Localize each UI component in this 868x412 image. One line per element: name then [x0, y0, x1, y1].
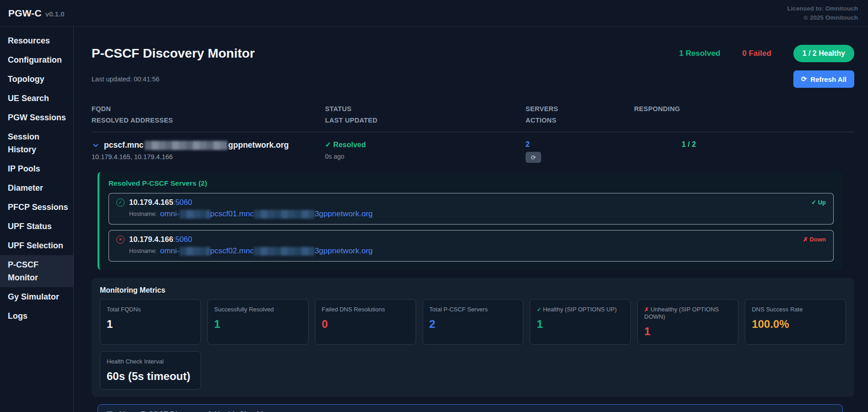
last-updated-text: Last updated: 00:41:56: [92, 75, 159, 83]
chevron-down-icon[interactable]: [92, 141, 100, 150]
sidebar-item-upf-selection[interactable]: UPF Selection: [0, 236, 73, 255]
check-circle-icon: ✓: [116, 198, 125, 207]
monitoring-metrics-panel: Monitoring Metrics Total FQDNs 1 Success…: [92, 278, 854, 397]
redacted-text: [179, 210, 210, 219]
license-info: Licensed to: Omnitouch © 2025 Omnitouch: [787, 4, 858, 22]
last-updated-age: 0s ago: [325, 153, 526, 160]
refresh-icon: ⟳: [531, 154, 536, 161]
status-resolved: ✓ Resolved: [325, 140, 526, 149]
header-stats: 1 Resolved 0 Failed 1 / 2 Healthy: [679, 45, 854, 62]
server-ip-port: 10.179.4.166:5060: [129, 235, 192, 244]
server-up-badge: ✓ Up: [811, 199, 826, 206]
metric-card-healthy: ✓ Healthy (SIP OPTIONS UP) 1: [530, 299, 631, 345]
column-header-responding: RESPONDING: [634, 103, 854, 126]
fqdn-expand-toggle[interactable]: pcscf.mncgppnetwork.org: [92, 140, 325, 150]
fqdn-value: pcscf.mncgppnetwork.org: [104, 140, 289, 150]
sidebar-item-topology[interactable]: Topology: [0, 70, 73, 89]
metric-card-total-servers: Total P-CSCF Servers 2: [423, 299, 524, 345]
check-icon: ✓: [537, 306, 541, 313]
failed-count: 0 Failed: [742, 49, 771, 58]
metric-card-failed-dns: Failed DNS Resolutions 0: [315, 299, 416, 345]
hostname-label: Hostname:: [129, 211, 157, 217]
redacted-text: [254, 247, 315, 256]
metric-card-dns-success-rate: DNS Success Rate 100.0%: [745, 299, 846, 345]
metric-value: 0: [322, 318, 409, 331]
sidebar-nav: Resources Configuration Topology UE Sear…: [0, 27, 74, 412]
metrics-grid: Total FQDNs 1 Successfully Resolved 1 Fa…: [100, 299, 846, 390]
server-ip-port: 10.179.4.165:5060: [129, 198, 192, 207]
app-version: v0.1.0: [45, 10, 65, 18]
column-header-fqdn: FQDN RESOLVED ADDRESSES: [92, 103, 325, 126]
column-header-servers: SERVERS ACTIONS: [526, 103, 634, 126]
sidebar-item-diameter[interactable]: Diameter: [0, 178, 73, 198]
copyright-text: © 2025 Omnitouch: [787, 13, 858, 22]
sidebar-item-gy-simulator[interactable]: Gy Simulator: [0, 287, 73, 306]
licensed-to-text: Licensed to: Omnitouch: [787, 4, 858, 13]
app-name: PGW-C: [8, 8, 42, 19]
sidebar-item-ip-pools[interactable]: IP Pools: [0, 159, 73, 178]
resolved-servers-panel: Resolved P-CSCF Servers (2) ✓ 10.179.4.1…: [98, 172, 843, 270]
sidebar-item-logs[interactable]: Logs: [0, 306, 73, 326]
x-circle-icon: ✕: [116, 235, 125, 244]
metric-card-total-fqdns: Total FQDNs 1: [100, 299, 201, 345]
metric-card-successfully-resolved: Successfully Resolved 1: [207, 299, 309, 345]
server-down-badge: ✗ Down: [803, 236, 826, 243]
redacted-text: [145, 141, 228, 150]
sidebar-item-pcscf-monitor[interactable]: P-CSCF Monitor: [0, 255, 73, 287]
sidebar-item-pfcp-sessions[interactable]: PFCP Sessions: [0, 198, 73, 217]
sidebar-item-configuration[interactable]: Configuration: [0, 50, 73, 70]
refresh-icon: ⟳: [801, 75, 807, 83]
refresh-all-label: Refresh All: [810, 75, 846, 83]
metric-value: 100.0%: [752, 318, 839, 331]
sidebar-item-ue-search[interactable]: UE Search: [0, 89, 73, 108]
table-row: pcscf.mncgppnetwork.org 10.179.4.165, 10…: [92, 132, 854, 163]
table-header: FQDN RESOLVED ADDRESSES STATUS LAST UPDA…: [92, 103, 854, 132]
metric-card-health-check-interval: Health Check Interval 60s (5s timeout): [100, 351, 201, 390]
row-refresh-button[interactable]: ⟳: [526, 152, 541, 163]
main-content: P-CSCF Discovery Monitor 1 Resolved 0 Fa…: [74, 27, 868, 412]
top-bar: PGW-C v0.1.0 Licensed to: Omnitouch © 20…: [0, 0, 868, 27]
metric-value: 1: [537, 318, 624, 331]
server-hostname: omni-pcscf01.mnc3gppnetwork.org: [160, 209, 373, 219]
refresh-all-button[interactable]: ⟳ Refresh All: [793, 70, 854, 88]
server-card: ✕ 10.179.4.166:5060 ✗ Down Hostname: omn…: [108, 230, 834, 262]
resolved-count: 1 Resolved: [679, 49, 721, 58]
metric-value: 60s (5s timeout): [107, 370, 194, 383]
sidebar-item-resources[interactable]: Resources: [0, 31, 73, 50]
metric-value: 1: [644, 325, 732, 338]
metric-value: 1: [214, 318, 302, 331]
x-icon: ✗: [644, 306, 649, 313]
servers-count: 2: [526, 140, 634, 149]
healthy-status-badge: 1 / 2 Healthy: [793, 45, 854, 62]
server-card: ✓ 10.179.4.165:5060 ✓ Up Hostname: omni-…: [108, 193, 834, 225]
metric-value: 1: [107, 318, 194, 331]
page-title: P-CSCF Discovery Monitor: [92, 46, 255, 61]
metrics-title: Monitoring Metrics: [100, 286, 846, 294]
about-card: i About P-CSCF Discovery & Health Checki…: [98, 404, 843, 412]
redacted-text: [179, 247, 210, 256]
sidebar-item-session-history[interactable]: Session History: [0, 127, 73, 159]
redacted-text: [254, 210, 315, 219]
column-header-status: STATUS LAST UPDATED: [325, 103, 526, 126]
resolved-servers-title: Resolved P-CSCF Servers (2): [108, 179, 834, 187]
resolved-addresses: 10.179.4.165, 10.179.4.166: [92, 153, 325, 161]
sidebar-item-upf-status[interactable]: UPF Status: [0, 217, 73, 236]
metric-card-unhealthy: ✗ Unhealthy (SIP OPTIONS DOWN) 1: [637, 299, 738, 345]
server-hostname: omni-pcscf02.mnc3gppnetwork.org: [160, 246, 373, 256]
sidebar-item-pgw-sessions[interactable]: PGW Sessions: [0, 108, 73, 127]
app-brand: PGW-C v0.1.0: [8, 8, 65, 19]
responding-ratio: 1 / 2: [634, 140, 854, 149]
hostname-label: Hostname:: [129, 248, 157, 254]
metric-value: 2: [429, 318, 517, 331]
